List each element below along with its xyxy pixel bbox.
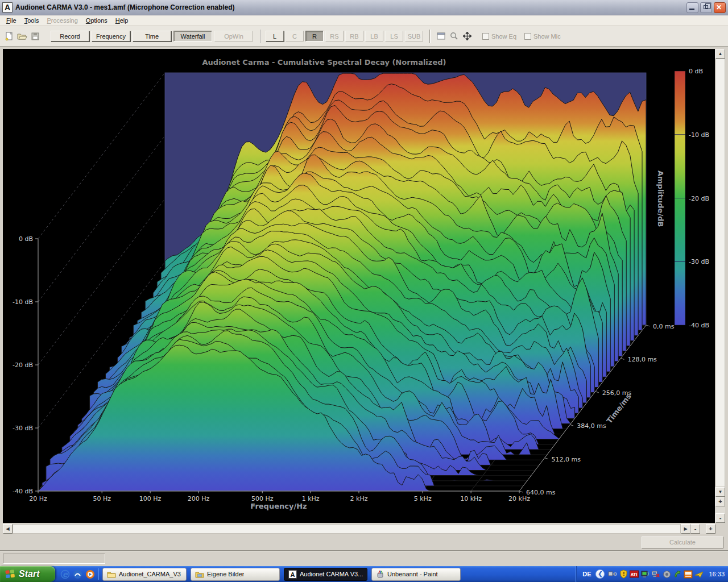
zoom-icon[interactable] [448,31,460,42]
svg-text:Frequency/Hz: Frequency/Hz [250,502,307,510]
folder-icon [107,571,116,578]
opwin-button: OpWin [214,31,253,41]
svg-text:-10 dB: -10 dB [689,131,709,139]
horizontal-scroll-spacer [700,524,706,534]
taskbar-button-eigene-bilder[interactable]: Eigene Bilder [191,568,280,581]
offline-computer-icon[interactable] [651,569,660,579]
zoom-in-vertical-button[interactable]: + [715,497,725,506]
menu-tools[interactable]: Tools [20,16,43,25]
svg-text:200 Hz: 200 Hz [188,495,210,502]
vnc-icon[interactable] [684,569,693,579]
channel-lb-button: LB [365,31,383,41]
svg-text:-40 dB: -40 dB [13,488,33,495]
app-icon: A [288,570,297,579]
record-button[interactable]: Record [51,31,89,41]
scroll-down-button[interactable]: ▼ [715,487,725,497]
scroll-right-button[interactable]: ▶ [681,524,690,534]
window-view-icon[interactable] [435,31,446,42]
menu-file[interactable]: File [2,16,20,25]
restore-button[interactable] [700,2,712,13]
channel-rb-button: RB [345,31,363,41]
menu-options[interactable]: Options [82,16,111,25]
calculate-button: Calculate [642,537,723,548]
zoom-in-horizontal-button[interactable]: + [706,524,715,534]
taskbar-button-label: Unbenannt - Paint [387,571,438,577]
quick-launch: e [60,568,102,580]
pan-icon[interactable] [461,31,473,42]
show-eq-box [482,33,489,40]
minimize-button[interactable] [686,2,698,13]
title-bar: A Audionet CARMA V3.0 - mes1.amf (Microp… [0,0,728,15]
msn-icon[interactable] [72,569,82,579]
minimize-icon [689,9,694,10]
language-indicator[interactable]: DE [582,571,591,577]
save-icon[interactable] [30,31,41,42]
taskbar-button-label: Audionet_CARMA_V3 [119,571,181,577]
volume-monitor-icon[interactable] [608,569,617,579]
svg-text:-30 dB: -30 dB [689,258,709,265]
scrollbar-corner [715,523,725,534]
window-title: Audionet CARMA V3.0 - mes1.amf (Micropho… [15,3,685,11]
new-file-icon[interactable] [3,31,15,42]
media-player-icon[interactable] [85,569,95,579]
vertical-scrollbar[interactable]: ▲ ▼ + - [715,49,725,523]
close-icon: ✕ [716,4,722,11]
svg-text:100 Hz: 100 Hz [139,495,162,502]
svg-text:-10 dB: -10 dB [13,298,33,306]
waterfall-button[interactable]: Waterfall [173,31,212,41]
time-button[interactable]: Time [133,31,171,41]
horizontal-scrollbar[interactable]: ◀ ▶ - + [3,523,715,534]
vertical-scroll-spacer [715,506,725,513]
network-computer-icon[interactable] [640,569,650,579]
horizontal-scroll-track[interactable] [13,524,681,534]
channel-l-button[interactable]: L [266,31,284,41]
taskbar-button-carma-app[interactable]: A Audionet CARMA V3.... [284,568,367,581]
start-button[interactable]: Start [0,566,55,582]
ati-icon[interactable]: ATI [630,569,639,579]
messenger-plane-icon[interactable] [694,569,704,579]
svg-text:Amplitude/dB: Amplitude/dB [656,171,665,227]
quick-launch-separator [98,568,99,580]
scroll-up-button[interactable]: ▲ [715,49,725,59]
audio-device-icon[interactable] [662,569,671,579]
scroll-up-icon: ▲ [718,51,723,56]
svg-text:-20 dB: -20 dB [13,361,33,369]
windows-flag-icon [5,569,16,579]
frequency-button[interactable]: Frequency [92,31,130,41]
tray-chevron-icon[interactable]: ❮ [595,569,605,579]
svg-text:-20 dB: -20 dB [689,195,709,202]
taskbar-button-label: Audionet CARMA V3.... [300,571,363,577]
svg-text:640,0 ms: 640,0 ms [526,489,556,496]
bottom-panel: Calculate [0,534,728,550]
scroll-left-icon: ◀ [6,526,9,531]
taskbar-button-paint[interactable]: Unbenannt - Paint [371,568,461,581]
menu-help[interactable]: Help [111,16,133,25]
menu-processing: Processing [43,16,81,25]
open-file-icon[interactable] [16,31,28,42]
svg-text:2 kHz: 2 kHz [350,495,368,502]
vertical-scroll-track[interactable] [715,59,725,487]
svg-text:Time/ms: Time/ms [605,392,633,425]
svg-text:e: e [63,570,68,579]
scroll-left-button[interactable]: ◀ [3,524,13,534]
frequency-tick-labels: 20 Hz50 Hz100 Hz200 Hz500 Hz1 kHz2 kHz5 … [29,491,530,510]
toolbar: Record Frequency Time Waterfall OpWin L … [0,26,728,47]
taskbar-button-carma-folder[interactable]: Audionet_CARMA_V3 [102,568,187,581]
zoom-out-vertical-button[interactable]: - [715,513,725,523]
status-bar [0,551,728,566]
show-eq-label: Show Eq [491,33,516,40]
updates-icon[interactable] [673,569,682,579]
taskbar-clock[interactable]: 16:33 [709,571,725,577]
zoom-out-horizontal-button[interactable]: - [690,524,700,534]
channel-r-button[interactable]: R [305,31,324,41]
show-mic-checkbox: Show Mic [524,33,561,40]
scroll-down-icon: ▼ [718,489,723,494]
amplitude-tick-labels: 0 dB-10 dB-20 dB-30 dB-40 dB [13,235,38,495]
svg-text:128,0 ms: 128,0 ms [627,356,657,363]
internet-explorer-icon[interactable]: e [60,569,70,579]
security-shield-icon[interactable]: ! [619,569,628,579]
svg-text:0 dB: 0 dB [689,68,703,75]
svg-text:!: ! [623,571,625,577]
close-button[interactable]: ✕ [714,2,726,13]
channel-c-button: C [286,31,304,41]
